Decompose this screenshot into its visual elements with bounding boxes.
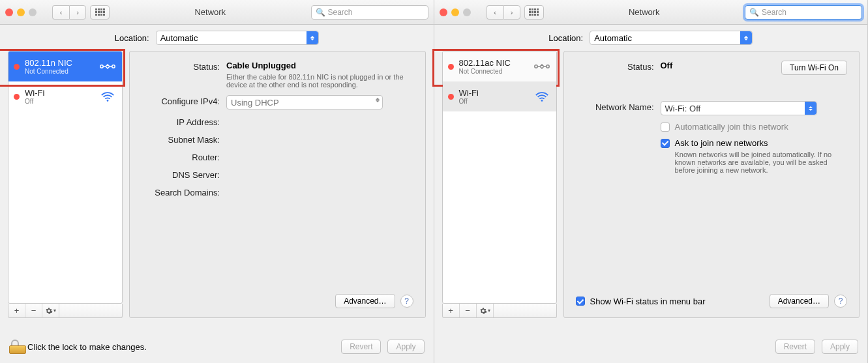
forward-button[interactable]: › [69, 5, 86, 20]
sidebar-item-wifi[interactable]: Wi-Fi Off [8, 81, 122, 111]
remove-interface-button[interactable]: − [25, 304, 42, 317]
subnet-label: Subnet Mask: [142, 134, 226, 145]
revert-button[interactable]: Revert [775, 340, 815, 354]
wifi-icon [98, 90, 117, 103]
location-value: Automatic [594, 33, 632, 43]
left-pane: ‹ › Network 🔍 Search Location: Automatic… [0, 0, 434, 363]
interfaces-sidebar: 802.11n NIC Not Connected Wi-Fi Off [8, 51, 123, 304]
network-name-value: Wi-Fi: Off [665, 104, 701, 113]
zoom-window [463, 8, 471, 16]
svg-point-1 [112, 65, 115, 68]
lock-text: Click the lock to make changes. [27, 342, 147, 352]
sidebar-item-nic[interactable]: 802.11ac NIC Not Connected [443, 51, 556, 81]
window-title: Network [548, 7, 741, 17]
detail-panel: Status: Off Turn Wi-Fi On Network Name: … [563, 51, 860, 318]
search-field[interactable]: 🔍 Search [311, 5, 428, 20]
close-window[interactable] [440, 8, 447, 16]
svg-point-5 [541, 100, 543, 102]
status-dot-icon [14, 94, 20, 100]
svg-point-2 [107, 100, 109, 102]
chevron-updown-icon [740, 31, 752, 44]
apply-button[interactable]: Apply [387, 340, 424, 354]
ask-join-label: Ask to join new networks [675, 138, 768, 148]
sidebar-item-name: Wi-Fi [25, 89, 44, 98]
configure-label: Configure IPv4: [142, 95, 226, 109]
status-dot-icon [14, 64, 20, 70]
show-all-button[interactable] [90, 5, 110, 20]
grid-icon [529, 8, 539, 16]
zoom-window [29, 8, 37, 16]
advanced-button[interactable]: Advanced… [335, 294, 395, 308]
nav-segment: ‹ › [486, 5, 520, 20]
bottom-bar: Click the lock to make changes. Revert A… [0, 330, 434, 363]
remove-interface-button[interactable]: − [460, 304, 477, 317]
show-status-label: Show Wi-Fi status in menu bar [590, 297, 706, 306]
body: 802.11ac NIC Not Connected Wi-Fi Off [434, 51, 868, 330]
back-button[interactable]: ‹ [486, 5, 503, 20]
router-label: Router: [142, 151, 226, 162]
help-button[interactable]: ? [834, 295, 847, 308]
sidebar-item-nic[interactable]: 802.11n NIC Not Connected [8, 51, 122, 81]
location-select[interactable]: Automatic [156, 31, 319, 45]
detail-panel: Status: Cable Unplugged Either the cable… [129, 51, 426, 318]
right-pane: ‹ › Network 🔍 Search Location: Automatic… [434, 0, 869, 363]
minimize-window[interactable] [451, 8, 459, 16]
advanced-button[interactable]: Advanced… [770, 294, 829, 308]
back-button[interactable]: ‹ [52, 5, 69, 20]
nav-segment: ‹ › [52, 5, 86, 20]
configure-select[interactable]: Using DHCP [226, 95, 383, 109]
close-window[interactable] [5, 8, 13, 16]
window-title: Network [113, 7, 307, 17]
revert-button[interactable]: Revert [341, 340, 381, 354]
minimize-window[interactable] [17, 8, 25, 16]
sidebar-options-button[interactable]: ▾ [42, 304, 59, 317]
chevron-updown-icon [805, 102, 816, 115]
sidebar-item-status: Not Connected [25, 68, 72, 75]
search-field[interactable]: 🔍 Search [745, 5, 862, 20]
ask-join-hint: Known networks will be joined automatica… [675, 151, 848, 174]
window-controls [440, 8, 471, 16]
status-value: Off [661, 61, 673, 70]
show-all-button[interactable] [524, 5, 544, 20]
bottom-bar: Revert Apply [434, 330, 868, 363]
chevron-updown-icon [376, 98, 380, 102]
location-value: Automatic [160, 33, 198, 43]
grid-icon [95, 8, 105, 16]
sidebar-options-button[interactable]: ▾ [477, 304, 494, 317]
help-button[interactable]: ? [400, 295, 413, 308]
toolbar: ‹ › Network 🔍 Search [434, 0, 868, 25]
auto-join-label: Automatically join this network [675, 122, 788, 132]
sidebar-item-status: Off [459, 98, 479, 105]
svg-point-0 [100, 65, 103, 68]
ethernet-icon [533, 60, 551, 73]
ip-label: IP Address: [142, 116, 226, 127]
body: 802.11n NIC Not Connected Wi-Fi Off [0, 51, 434, 330]
search-placeholder: Search [762, 8, 786, 17]
add-interface-button[interactable]: + [8, 304, 25, 317]
location-select[interactable]: Automatic [590, 31, 753, 45]
sidebar-item-wifi[interactable]: Wi-Fi Off [443, 81, 556, 111]
search-domains-label: Search Domains: [142, 186, 226, 197]
auto-join-checkbox[interactable] [661, 123, 670, 132]
show-status-checkbox[interactable] [576, 297, 585, 306]
search-icon: 🔍 [749, 8, 759, 17]
location-row: Location: Automatic [434, 25, 868, 51]
location-label: Location: [115, 33, 149, 43]
status-label: Status: [576, 61, 661, 75]
ask-join-checkbox[interactable] [661, 139, 670, 148]
network-name-select[interactable]: Wi-Fi: Off [661, 101, 817, 115]
apply-button[interactable]: Apply [822, 340, 858, 354]
lock-icon[interactable] [9, 340, 21, 354]
status-dot-icon [448, 94, 454, 100]
forward-button[interactable]: › [503, 5, 520, 20]
location-row: Location: Automatic [0, 25, 434, 51]
status-value: Cable Unplugged [226, 61, 296, 70]
toolbar: ‹ › Network 🔍 Search [0, 0, 434, 25]
wifi-icon [533, 90, 551, 103]
status-dot-icon [448, 64, 454, 70]
add-interface-button[interactable]: + [443, 304, 460, 317]
wifi-toggle-button[interactable]: Turn Wi-Fi On [781, 61, 847, 75]
configure-value: Using DHCP [231, 98, 279, 108]
network-name-label: Network Name: [576, 101, 661, 115]
chevron-updown-icon [307, 31, 318, 44]
